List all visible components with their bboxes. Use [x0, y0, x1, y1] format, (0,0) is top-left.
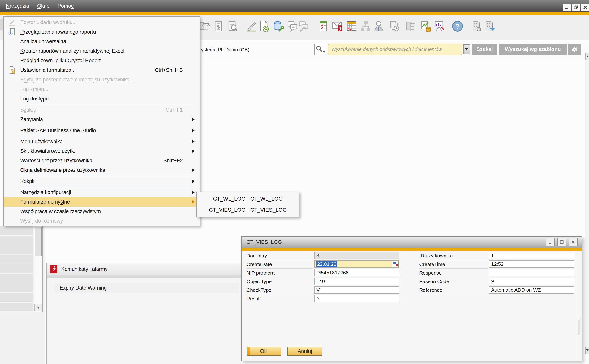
- balance-icon[interactable]: [199, 20, 210, 32]
- search-by-template-button[interactable]: Wyszukaj wg szablonu: [499, 44, 567, 55]
- menu-item[interactable]: Wartości def.przez użytkownikaShift+F2: [4, 156, 199, 165]
- building-export-icon[interactable]: [484, 20, 496, 32]
- search-input[interactable]: Wyszukiwanie danych podstawowych i dokum…: [328, 44, 463, 55]
- menu-item[interactable]: Formularze domyślne: [4, 197, 199, 207]
- submenu-item[interactable]: CT_WL_LOG - CT_WL_LOG: [197, 193, 299, 204]
- presentation-board-icon[interactable]: [434, 20, 445, 32]
- menu-item[interactable]: Okna definiowane przez użytkownika: [4, 165, 199, 175]
- scroll-up-icon[interactable]: [585, 53, 589, 60]
- menu-item[interactable]: Skr. klawiaturowe użytk.: [4, 146, 199, 156]
- menu-item-label: Analiza uniwersalna: [20, 39, 66, 45]
- chart-coins-icon[interactable]: [420, 20, 432, 32]
- menu-item[interactable]: Edytor układu wydruku...: [4, 18, 199, 27]
- menu-item[interactable]: Edytuj za pośrednictwem interfejsu użytk…: [4, 75, 199, 84]
- submenu-arrow-icon: [192, 140, 195, 143]
- sketch-pencil-icon[interactable]: [245, 20, 257, 32]
- menu-item[interactable]: Log zmian...: [4, 84, 199, 94]
- scroll-down-icon[interactable]: [585, 347, 589, 354]
- menu-item-label: Szukaj: [20, 107, 36, 113]
- field-input[interactable]: 140: [314, 278, 399, 285]
- documents-clock-icon[interactable]: [389, 20, 401, 32]
- scroll-down-icon[interactable]: [34, 304, 42, 311]
- dialog-titlebar[interactable]: [242, 237, 582, 248]
- menu-item[interactable]: Log dostępu: [4, 94, 199, 104]
- dialog-field-row: Response: [419, 269, 575, 278]
- alert-row[interactable]: Expiry Date Warning: [55, 283, 238, 293]
- search-button[interactable]: Szukaj: [472, 44, 497, 55]
- help-icon[interactable]: ?: [452, 20, 463, 32]
- menu-item[interactable]: Przegląd zaplanowanego raportu: [4, 27, 199, 37]
- menu-item[interactable]: Zapytania: [4, 115, 199, 124]
- tools-menu: Edytor układu wydruku...Przegląd zaplano…: [3, 16, 200, 226]
- selected-text: 23.01.20: [317, 261, 337, 267]
- device-calculator-icon[interactable]: [405, 20, 417, 32]
- restore-icon[interactable]: [572, 4, 580, 11]
- menu-item-label: Kreator raportów i analizy interaktywnej…: [20, 48, 124, 54]
- menu-item[interactable]: Współpraca w czasie rzeczywistym: [4, 207, 199, 216]
- menu-item[interactable]: Analiza uniwersalna: [4, 37, 199, 46]
- menubar-item[interactable]: Okno: [33, 0, 54, 12]
- field-input[interactable]: 23.01.20: [314, 260, 399, 268]
- org-chart-icon[interactable]: [360, 20, 372, 32]
- field-input[interactable]: [489, 269, 574, 276]
- menu-item-label: Zapytania: [20, 117, 43, 122]
- menu-item[interactable]: Kokpit: [4, 176, 199, 186]
- menubar-item[interactable]: Pomoc: [53, 0, 78, 12]
- building-gear-icon[interactable]: [470, 20, 482, 32]
- minimize-icon[interactable]: [563, 4, 571, 11]
- sap-b1-main-window: NarzędziaOknoPomoc $? ystemu PF Demo (GB…: [0, 0, 589, 364]
- menubar-item[interactable]: Narzędzia: [2, 0, 33, 12]
- document-gear-icon[interactable]: [258, 20, 270, 32]
- menu-item-shortcut: Ctrl+F1: [166, 107, 183, 113]
- search-scope-button[interactable]: [314, 44, 327, 55]
- calendar-picker-icon[interactable]: [392, 261, 399, 267]
- field-input[interactable]: Pl5451817266: [314, 269, 399, 276]
- calendar-checklist-icon[interactable]: [318, 20, 329, 32]
- document-dollar-icon[interactable]: $: [212, 20, 224, 32]
- field-input[interactable]: Y: [314, 295, 399, 302]
- main-vertical-scrollbar[interactable]: [585, 53, 589, 354]
- field-label: Reference: [419, 286, 488, 294]
- calendar-grid-icon[interactable]: [346, 20, 357, 32]
- menu-item[interactable]: Narzędzia konfiguracji: [4, 188, 199, 197]
- envelope-report-icon[interactable]: [331, 20, 344, 32]
- menu-item[interactable]: Podgląd zewn. pliku Crystal Report: [4, 56, 199, 65]
- scrollbar-thumb[interactable]: [35, 227, 42, 256]
- menu-item[interactable]: Kreator raportów i analizy interaktywnej…: [4, 46, 199, 56]
- svg-text:$: $: [217, 25, 220, 29]
- close-icon[interactable]: [581, 4, 589, 11]
- field-label: Response: [419, 269, 488, 277]
- menu-item[interactable]: Pakiet SAP Business One Studio: [4, 126, 199, 135]
- close-icon[interactable]: [569, 238, 577, 246]
- search-dropdown-button[interactable]: [463, 44, 470, 54]
- menu-item[interactable]: SzukajCtrl+F1: [4, 105, 199, 115]
- menu-item[interactable]: Wyślij do rozmowy: [4, 216, 199, 226]
- dialog-scrollbar[interactable]: [577, 263, 580, 359]
- submenu-item[interactable]: CT_VIES_LOG - CT_VIES_LOG: [197, 204, 299, 215]
- field-input[interactable]: 9: [489, 278, 574, 285]
- svg-text:?: ?: [455, 23, 459, 30]
- menu-item[interactable]: Ustawienia formularza...Ctrl+Shift+S: [4, 65, 199, 75]
- field-input[interactable]: Automatic ADD on WZ: [489, 286, 574, 293]
- field-input[interactable]: 1: [489, 252, 574, 259]
- person-icon[interactable]: [373, 20, 385, 32]
- form-settings-icon: [4, 66, 20, 74]
- scheduled-report-icon: [4, 28, 20, 36]
- cancel-button[interactable]: Anuluj: [287, 347, 322, 356]
- chat-bubbles-icon[interactable]: [286, 20, 298, 32]
- menu-item[interactable]: Menu użytkownika: [4, 137, 199, 146]
- minimize-icon[interactable]: [546, 238, 555, 246]
- maximize-icon[interactable]: [557, 238, 566, 246]
- document-search-icon[interactable]: [227, 20, 238, 32]
- menubar: NarzędziaOknoPomoc: [0, 0, 589, 12]
- ok-button[interactable]: OK: [246, 347, 281, 356]
- search-settings-button[interactable]: [568, 44, 581, 55]
- field-input[interactable]: 12:53: [489, 260, 574, 268]
- field-input[interactable]: 3: [314, 252, 399, 259]
- chat-forward-icon[interactable]: [298, 20, 309, 32]
- list-scrollbar[interactable]: [34, 226, 43, 312]
- menu-item-label: Współpraca w czasie rzeczywistym: [20, 208, 101, 214]
- database-wrench-icon[interactable]: [272, 20, 284, 32]
- scrollbar-thumb[interactable]: [577, 320, 580, 335]
- field-input[interactable]: V: [314, 286, 399, 293]
